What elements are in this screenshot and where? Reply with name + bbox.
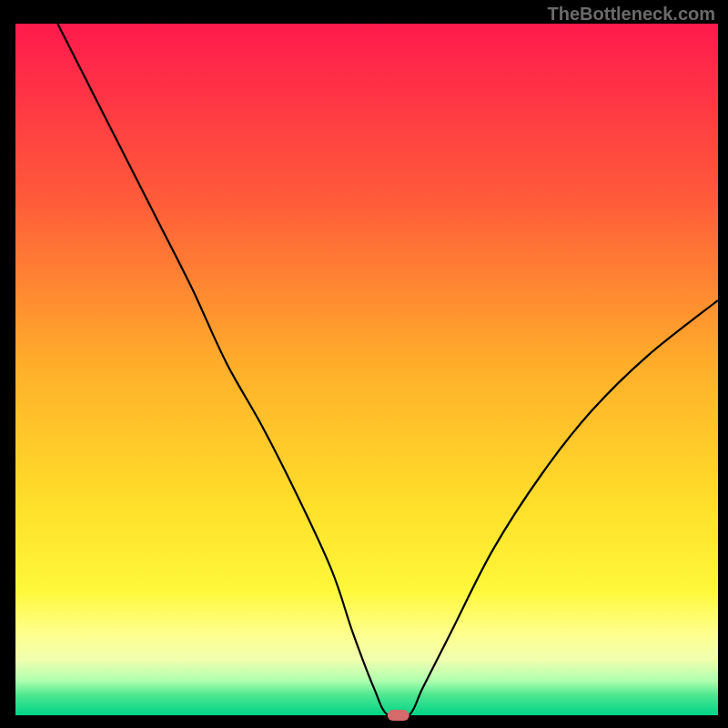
chart-svg	[0, 0, 728, 728]
optimum-marker	[388, 710, 410, 721]
bottleneck-chart	[0, 0, 728, 728]
gradient-background	[15, 24, 718, 715]
watermark-text: TheBottleneck.com	[548, 4, 715, 25]
